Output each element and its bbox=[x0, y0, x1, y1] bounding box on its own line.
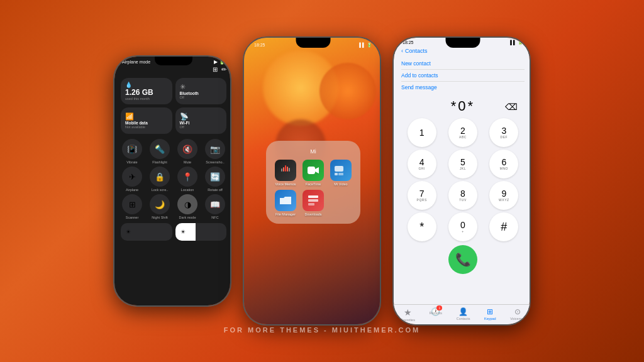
folder-title: Mi bbox=[274, 148, 353, 155]
svg-rect-0 bbox=[285, 165, 286, 172]
airplane-icon: ✈ bbox=[129, 172, 136, 182]
recents-badge: 1 bbox=[436, 305, 442, 310]
contacts-options-list: New contact Add to contacts Send message bbox=[394, 55, 531, 96]
app-mi-video[interactable]: Mi Video bbox=[329, 160, 353, 186]
pencil-icon[interactable]: ✏ bbox=[221, 66, 226, 73]
bluetooth-title: Bluetooth bbox=[180, 91, 199, 96]
cc-icons-row3: ⊞ Scanner 🌙 Night Shift ◑ Dark mode 📖 NF… bbox=[114, 193, 231, 221]
wifi-sub: Off bbox=[180, 125, 184, 129]
brightness-high[interactable]: ☀ bbox=[175, 223, 227, 241]
edit-icon[interactable]: ⊞ bbox=[213, 66, 218, 73]
watermark: FOR MORE THEMES - MIUITHEMER.COM bbox=[224, 326, 420, 334]
backspace-button[interactable]: ⌫ bbox=[505, 102, 519, 112]
key-3[interactable]: 3 DEF bbox=[489, 118, 518, 147]
key-5[interactable]: 5 JKL bbox=[448, 150, 477, 178]
night-shift-item[interactable]: 🌙 Night Shift bbox=[150, 194, 170, 219]
rotate-item[interactable]: 🔄 Rotate off bbox=[205, 167, 225, 192]
app-facetime[interactable]: FaceTime bbox=[301, 160, 325, 186]
tab-keypad[interactable]: ⊞ Keypad bbox=[484, 307, 496, 322]
chevron-left-icon: ‹ bbox=[401, 48, 403, 54]
night-shift-icon: 🌙 bbox=[155, 200, 165, 209]
keypad-label: Keypad bbox=[484, 317, 496, 321]
app-file-manager[interactable]: File Manager bbox=[274, 190, 297, 216]
key-star[interactable]: * bbox=[408, 212, 436, 241]
add-to-contacts-option[interactable]: Add to contacts bbox=[401, 70, 525, 82]
key-8[interactable]: 8 TUV bbox=[448, 181, 477, 210]
svg-rect-9 bbox=[338, 173, 343, 175]
svg-rect-10 bbox=[308, 195, 318, 198]
flashlight-item[interactable]: 🔦 Flashlight bbox=[150, 139, 170, 164]
wifi-tile[interactable]: 📡 Wi-Fi Off bbox=[175, 107, 227, 134]
contacts-back-button[interactable]: ‹ Contacts bbox=[401, 48, 525, 54]
bluetooth-tile[interactable]: ✳ Bluetooth Off bbox=[175, 78, 227, 104]
call-button[interactable]: 📞 bbox=[448, 245, 477, 274]
vibrate-item[interactable]: 📳 Vibrate bbox=[122, 139, 142, 164]
airplane-item[interactable]: ✈ Airplane bbox=[122, 167, 142, 192]
key-2[interactable]: 2 ABC bbox=[448, 118, 477, 147]
scanner-item[interactable]: ⊞ Scanner bbox=[122, 194, 142, 219]
key-hash[interactable]: # bbox=[489, 212, 518, 241]
tab-recents[interactable]: 🕐 1 Recents bbox=[429, 307, 442, 322]
voice-memos-label: Voice Memos bbox=[275, 182, 296, 186]
brightness-low[interactable]: ☀ bbox=[121, 223, 172, 241]
keypad-icon: ⊞ bbox=[487, 307, 493, 316]
cc-icons-row2: ✈ Airplane 🔒 Lock scre.. 📍 Location 🔄 Ro… bbox=[114, 165, 231, 193]
svg-rect-12 bbox=[308, 203, 314, 206]
phone3-battery: ▌▌ 🔋 bbox=[510, 40, 523, 45]
brightness-low-icon: ☀ bbox=[126, 229, 131, 235]
status-battery: ▶ 🔋 bbox=[214, 59, 225, 65]
nfc-icon: 📖 bbox=[210, 200, 220, 209]
key-9[interactable]: 9 WXYZ bbox=[489, 181, 518, 210]
app-folder[interactable]: Mi Voice Memos FaceTime bbox=[266, 141, 360, 224]
lock-screen-item[interactable]: 🔒 Lock scre.. bbox=[150, 167, 170, 192]
screenshot-item[interactable]: 📷 Screensho.. bbox=[205, 139, 225, 164]
flashlight-icon: 🔦 bbox=[155, 145, 165, 154]
data-icon: 💧 bbox=[125, 82, 132, 88]
phone-icon: 📞 bbox=[455, 252, 471, 267]
mobile-data-tile[interactable]: 📶 Mobile data Not available bbox=[121, 107, 172, 134]
wifi-title: Wi-Fi bbox=[180, 121, 190, 125]
phone2-notch bbox=[296, 38, 331, 48]
key-0[interactable]: 0 + bbox=[448, 212, 477, 241]
contacts-icon: 👤 bbox=[458, 307, 468, 316]
location-item[interactable]: 📍 Location bbox=[177, 167, 197, 192]
svg-rect-2 bbox=[287, 167, 288, 172]
svg-rect-5 bbox=[308, 167, 315, 174]
mute-item[interactable]: 🔇 Mute bbox=[177, 139, 197, 164]
phone1-screen: Airplane mode ▶ 🔋 ⊞ ✏ 💧 1.26 GB used thi… bbox=[114, 57, 231, 307]
tab-voicemail[interactable]: ⊙ Voicemail bbox=[510, 307, 525, 322]
downloads-label: Downloads bbox=[304, 212, 321, 216]
svg-rect-7 bbox=[335, 166, 343, 172]
new-contact-option[interactable]: New contact bbox=[401, 58, 525, 70]
app-voice-memos[interactable]: Voice Memos bbox=[274, 160, 297, 186]
svg-rect-8 bbox=[335, 173, 338, 175]
app-downloads[interactable]: Downloads bbox=[301, 190, 325, 216]
tab-contacts[interactable]: 👤 Contacts bbox=[457, 307, 470, 322]
mi-video-label: Mi Video bbox=[334, 182, 347, 186]
data-sub: used this month bbox=[125, 97, 150, 101]
facetime-label: FaceTime bbox=[306, 182, 321, 186]
nfc-item[interactable]: 📖 NFC bbox=[205, 194, 225, 219]
dialer-number-display: *0* ⌫ bbox=[394, 96, 531, 118]
brightness-high-icon: ☀ bbox=[180, 229, 186, 235]
svg-marker-6 bbox=[315, 167, 319, 173]
key-1[interactable]: 1 bbox=[408, 118, 436, 147]
data-tile[interactable]: 💧 1.26 GB used this month bbox=[121, 78, 172, 104]
favorites-icon: ★ bbox=[404, 307, 412, 317]
key-6[interactable]: 6 MNO bbox=[489, 150, 518, 178]
cc-icons-row1: 📳 Vibrate 🔦 Flashlight 🔇 Mute 📷 Screensh… bbox=[114, 138, 231, 165]
tab-favorites[interactable]: ★ Favorites bbox=[401, 307, 415, 322]
svg-rect-3 bbox=[281, 168, 282, 172]
tab-bar: ★ Favorites 🕐 1 Recents 👤 Contacts ⊞ Key… bbox=[394, 304, 531, 326]
key-4[interactable]: 4 GHI bbox=[408, 150, 436, 178]
key-7[interactable]: 7 PQRS bbox=[408, 181, 436, 210]
facetime-icon bbox=[303, 160, 324, 181]
voice-memos-icon bbox=[275, 160, 296, 181]
file-manager-label: File Manager bbox=[275, 212, 296, 216]
mi-video-icon bbox=[330, 160, 352, 181]
dark-mode-item[interactable]: ◑ Dark mode bbox=[177, 194, 197, 219]
dark-mode-icon: ◑ bbox=[184, 200, 191, 209]
phone1-frame: Airplane mode ▶ 🔋 ⊞ ✏ 💧 1.26 GB used thi… bbox=[113, 55, 231, 307]
phone3-frame: 18:25 ▌▌ 🔋 ‹ Contacts New contact Add to… bbox=[392, 36, 531, 326]
send-message-option[interactable]: Send message bbox=[401, 82, 525, 93]
